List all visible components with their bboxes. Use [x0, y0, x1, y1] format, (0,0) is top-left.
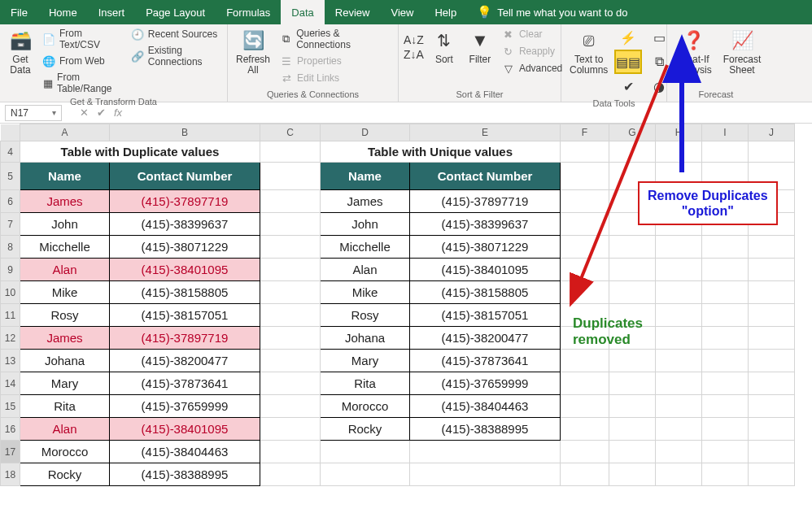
cell-E13[interactable]: (415)-37873641	[410, 350, 561, 372]
cell-B14[interactable]: (415)-37873641	[110, 372, 260, 395]
cell-B5[interactable]: Contact Number	[110, 163, 260, 190]
cell-B15[interactable]: (415)-37659999	[110, 395, 260, 418]
name-box[interactable]: N17 ▾	[5, 105, 62, 121]
row-header-8[interactable]: 8	[1, 236, 20, 259]
cell-D7[interactable]: John	[321, 213, 410, 236]
cell-A6[interactable]: James	[20, 190, 110, 213]
sort-za-icon[interactable]: Z↓A	[404, 48, 424, 61]
cell-C16[interactable]	[260, 418, 321, 441]
column-header-H[interactable]: H	[656, 124, 702, 141]
cell-C10[interactable]	[260, 281, 321, 304]
reapply-filter[interactable]: ↻Reapply	[500, 44, 564, 59]
cell-D13[interactable]: Mary	[321, 350, 410, 372]
cell-H11[interactable]	[656, 304, 702, 327]
cell-E11[interactable]: (415)-38157051	[410, 304, 561, 327]
cell-F10[interactable]	[561, 281, 609, 304]
cell-G7[interactable]	[609, 213, 656, 236]
column-header-G[interactable]: G	[609, 124, 656, 141]
cell-D11[interactable]: Rosy	[321, 304, 410, 327]
cell-I8[interactable]	[702, 236, 749, 259]
cell-I10[interactable]	[702, 281, 749, 304]
worksheet-grid[interactable]: ABCDEFGHIJ 4Table with Duplicate valuesT…	[0, 124, 812, 486]
row-header-11[interactable]: 11	[1, 304, 20, 327]
cell-J5[interactable]	[749, 163, 795, 190]
cell-E15[interactable]: (415)-38404463	[410, 395, 561, 418]
tab-home[interactable]: Home	[38, 0, 88, 24]
cell-A17[interactable]: Morocco	[20, 441, 110, 463]
cell-H18[interactable]	[656, 463, 702, 486]
cell-J17[interactable]	[749, 441, 795, 463]
cell-E18[interactable]	[410, 463, 561, 486]
accept-formula-icon[interactable]: ✔	[97, 107, 106, 119]
cell-A11[interactable]: Rosy	[20, 304, 110, 327]
cell-G11[interactable]	[609, 304, 656, 327]
get-data-button[interactable]: 🗃️ Get Data	[5, 27, 36, 77]
cell-J6[interactable]	[749, 190, 795, 213]
flash-fill-button[interactable]: ⚡	[616, 27, 640, 48]
filter-button[interactable]: ▼ Filter	[465, 27, 495, 67]
cell-B11[interactable]: (415)-38157051	[110, 304, 260, 327]
cell-F11[interactable]	[561, 304, 609, 327]
cell-B6[interactable]: (415)-37897719	[110, 190, 260, 213]
row-header-18[interactable]: 18	[1, 463, 20, 486]
cell-F12[interactable]	[561, 327, 609, 350]
cell-G14[interactable]	[609, 372, 656, 395]
tab-file[interactable]: File	[0, 0, 38, 24]
select-all-corner[interactable]	[1, 124, 20, 141]
cell-G4[interactable]	[609, 141, 656, 163]
cell-J15[interactable]	[749, 395, 795, 418]
cell-A4[interactable]: Table with Duplicate values	[20, 141, 260, 163]
cell-A5[interactable]: Name	[20, 163, 110, 190]
cell-I16[interactable]	[702, 418, 749, 441]
sort-az-icon[interactable]: A↓Z	[404, 33, 424, 46]
remove-duplicates-button[interactable]: ▤▤	[616, 51, 640, 72]
cell-B8[interactable]: (415)-38071229	[110, 236, 260, 259]
row-header-15[interactable]: 15	[1, 395, 20, 418]
cell-G18[interactable]	[609, 463, 656, 486]
cell-H12[interactable]	[656, 327, 702, 350]
cell-C4[interactable]	[260, 141, 321, 163]
cell-J7[interactable]	[749, 213, 795, 236]
cell-B12[interactable]: (415)-37897719	[110, 327, 260, 350]
cell-J11[interactable]	[749, 304, 795, 327]
name-box-dropdown-icon[interactable]: ▾	[52, 108, 56, 117]
cell-J8[interactable]	[749, 236, 795, 259]
cell-G16[interactable]	[609, 418, 656, 441]
column-header-A[interactable]: A	[20, 124, 110, 141]
column-header-I[interactable]: I	[702, 124, 749, 141]
cell-A15[interactable]: Rita	[20, 395, 110, 418]
cancel-formula-icon[interactable]: ✕	[80, 107, 89, 119]
cell-J4[interactable]	[749, 141, 795, 163]
tab-page-layout[interactable]: Page Layout	[135, 0, 216, 24]
cell-C7[interactable]	[260, 213, 321, 236]
cell-G10[interactable]	[609, 281, 656, 304]
cell-A12[interactable]: James	[20, 327, 110, 350]
cell-C14[interactable]	[260, 372, 321, 395]
row-header-13[interactable]: 13	[1, 350, 20, 372]
from-table-range[interactable]: ▦From Table/Range	[41, 71, 124, 95]
tab-data[interactable]: Data	[281, 0, 324, 24]
cell-B7[interactable]: (415)-38399637	[110, 213, 260, 236]
tab-help[interactable]: Help	[424, 0, 467, 24]
cell-I7[interactable]	[702, 213, 749, 236]
cell-J12[interactable]	[749, 327, 795, 350]
cell-A14[interactable]: Mary	[20, 372, 110, 395]
cell-F17[interactable]	[561, 441, 609, 463]
cell-G13[interactable]	[609, 350, 656, 372]
cell-I18[interactable]	[702, 463, 749, 486]
column-header-E[interactable]: E	[410, 124, 561, 141]
cell-G8[interactable]	[609, 236, 656, 259]
cell-H9[interactable]	[656, 259, 702, 281]
cell-J13[interactable]	[749, 350, 795, 372]
existing-connections[interactable]: 🔗Existing Connections	[129, 44, 222, 68]
cell-F6[interactable]	[561, 190, 609, 213]
tab-insert[interactable]: Insert	[88, 0, 136, 24]
cell-I11[interactable]	[702, 304, 749, 327]
cell-E6[interactable]: (415)-37897719	[410, 190, 561, 213]
cell-D15[interactable]: Morocco	[321, 395, 410, 418]
row-header-17[interactable]: 17	[1, 441, 20, 463]
cell-F8[interactable]	[561, 236, 609, 259]
cell-B10[interactable]: (415)-38158805	[110, 281, 260, 304]
cell-G17[interactable]	[609, 441, 656, 463]
cell-D18[interactable]	[321, 463, 410, 486]
